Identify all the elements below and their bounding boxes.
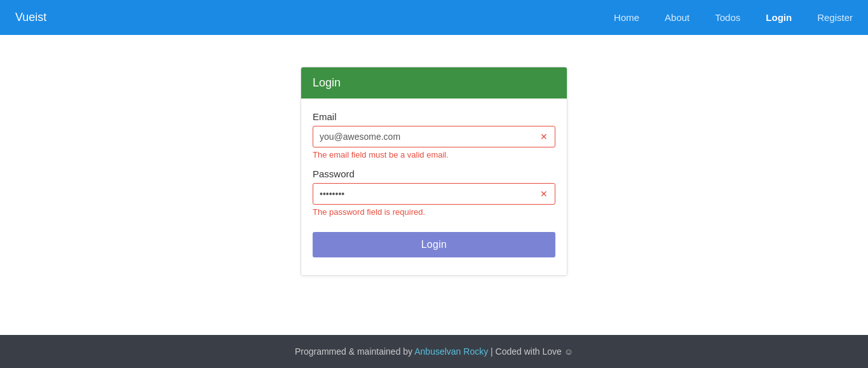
nav-item-about[interactable]: About <box>665 12 689 24</box>
footer-author-link[interactable]: Anbuselvan Rocky <box>414 346 488 357</box>
password-clear-button[interactable]: ✕ <box>538 188 550 200</box>
email-input[interactable] <box>313 126 555 147</box>
login-button[interactable]: Login <box>313 232 555 257</box>
password-label: Password <box>313 168 555 179</box>
main-content: Login Email ✕ The email field must be a … <box>0 35 868 335</box>
nav-link-register[interactable]: Register <box>817 12 853 23</box>
password-input[interactable] <box>313 183 555 205</box>
nav-item-register[interactable]: Register <box>817 12 853 24</box>
nav-item-login[interactable]: Login <box>766 12 792 24</box>
login-card: Login Email ✕ The email field must be a … <box>301 67 567 276</box>
password-input-wrapper: ✕ <box>313 183 555 205</box>
nav-link-home[interactable]: Home <box>614 12 639 23</box>
card-body: Email ✕ The email field must be a valid … <box>301 99 567 275</box>
card-header: Login <box>301 67 567 99</box>
password-error: The password field is required. <box>313 207 555 217</box>
email-clear-button[interactable]: ✕ <box>538 131 550 142</box>
footer-text-after: | Coded with Love ☺ <box>491 346 573 357</box>
nav-link-todos[interactable]: Todos <box>715 12 740 23</box>
navbar-brand[interactable]: Vueist <box>15 11 46 24</box>
footer-text-before: Programmed & maintained by <box>295 346 412 357</box>
navbar-links: Home About Todos Login Register <box>614 12 853 24</box>
card-title: Login <box>313 76 341 89</box>
email-input-wrapper: ✕ <box>313 126 555 147</box>
email-label: Email <box>313 111 555 122</box>
email-form-group: Email ✕ The email field must be a valid … <box>313 111 555 160</box>
nav-link-login[interactable]: Login <box>766 12 792 23</box>
nav-item-home[interactable]: Home <box>614 12 639 24</box>
navbar: Vueist Home About Todos Login Register <box>0 0 868 35</box>
nav-link-about[interactable]: About <box>665 12 689 23</box>
footer: Programmed & maintained by Anbuselvan Ro… <box>0 335 868 368</box>
email-error: The email field must be a valid email. <box>313 150 555 160</box>
nav-item-todos[interactable]: Todos <box>715 12 740 24</box>
password-form-group: Password ✕ The password field is require… <box>313 168 555 217</box>
